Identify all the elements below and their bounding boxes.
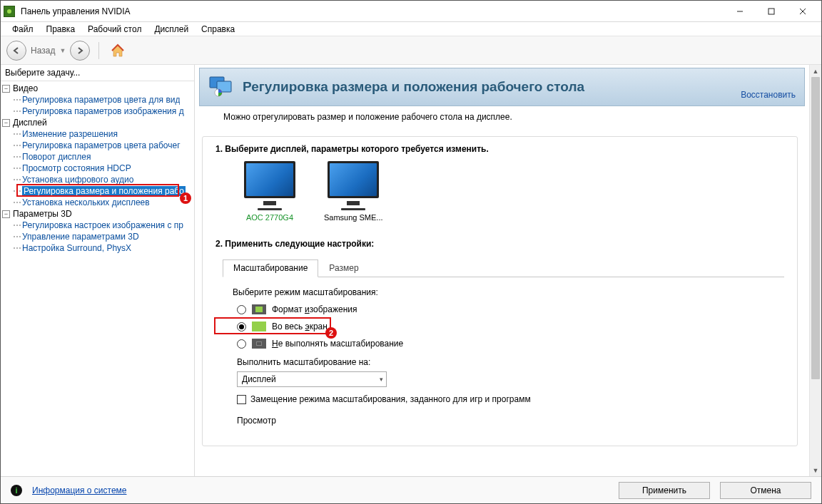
monitor-icon [244, 161, 295, 198]
tree-item-change-resolution[interactable]: Изменение разрешения [22, 129, 118, 139]
perform-scaling-on-select[interactable]: Дисплей ▾ [237, 371, 387, 387]
tab-size[interactable]: Размер [318, 259, 369, 277]
radio-aspect-ratio[interactable]: Формат изображения [237, 304, 784, 314]
window-title: Панель управления NVIDIA [21, 6, 724, 16]
radio-label-aspect: Формат изображения [272, 304, 357, 314]
tree-item-video-image[interactable]: Регулировка параметров изображения д [22, 106, 184, 116]
tree-toggle-3d[interactable]: − [2, 210, 10, 218]
svg-rect-2 [768, 9, 774, 14]
override-game-scaling-checkbox[interactable]: Замещение режима масштабирования, заданн… [237, 394, 784, 404]
task-tree[interactable]: −Видео ⋯Регулировка параметров цвета для… [1, 81, 194, 476]
tree-item-video-color[interactable]: Регулировка параметров цвета для вид [22, 95, 180, 105]
page-lead-text: Можно отрегулировать размер и положение … [223, 112, 781, 122]
preview-label: Просмотр [237, 416, 784, 426]
display-label-samsung: Samsung SME... [324, 213, 383, 222]
page-header-icon [208, 74, 234, 100]
titlebar: Панель управления NVIDIA [1, 1, 821, 22]
system-info-icon: i [11, 485, 22, 496]
display-item-aoc[interactable]: AOC 2770G4 [244, 161, 295, 222]
tree-item-3d-image-settings[interactable]: Регулировка настроек изображения с пр [22, 220, 183, 230]
no-scaling-icon [252, 339, 266, 349]
tree-toggle-video[interactable]: − [2, 85, 10, 93]
step1-label: 1. Выберите дисплей, параметры которого … [215, 144, 784, 154]
content-scrollbar[interactable]: ▲ ▼ [809, 65, 821, 476]
content-area: Регулировка размера и положения рабочего… [195, 65, 821, 476]
tree-cat-display[interactable]: Дисплей [13, 118, 47, 128]
tree-item-hdcp-status[interactable]: Просмотр состояния HDCP [22, 163, 131, 173]
scaling-mode-label: Выберите режим масштабирования: [233, 287, 784, 297]
cancel-button[interactable]: Отмена [720, 482, 811, 499]
radio-fullscreen[interactable]: Во весь экран [237, 322, 784, 331]
back-button[interactable] [6, 41, 26, 61]
tree-item-surround-physx[interactable]: Настройка Surround, PhysX [22, 243, 131, 253]
apply-button[interactable]: Применить [619, 482, 710, 499]
monitor-icon [328, 161, 379, 198]
override-label: Замещение режима масштабирования, заданн… [250, 394, 531, 404]
nav-separator [98, 42, 99, 59]
tree-item-multiple-displays[interactable]: Установка нескольких дисплеев [22, 197, 150, 207]
minimize-button[interactable] [724, 1, 756, 21]
footer-bar: i Информация о системе Применить Отмена [1, 476, 821, 503]
tree-item-desktop-color[interactable]: Регулировка параметров цвета рабочег [22, 140, 181, 150]
radio-no-scaling[interactable]: Не выполнять масштабирование [237, 339, 784, 349]
tree-item-rotate-display[interactable]: Поворот дисплея [22, 152, 91, 162]
radio-icon [237, 339, 246, 349]
home-button[interactable] [108, 41, 128, 61]
perform-scaling-on-label: Выполнить масштабирование на: [237, 357, 784, 367]
menubar: Файл Правка Рабочий стол Дисплей Справка [1, 22, 821, 36]
tab-scaling[interactable]: Масштабирование [223, 259, 318, 277]
scroll-up-button[interactable]: ▲ [810, 65, 821, 77]
tree-cat-video[interactable]: Видео [13, 83, 38, 93]
system-info-link[interactable]: Информация о системе [32, 485, 126, 495]
radio-icon [237, 322, 246, 331]
settings-panel: 1. Выберите дисплей, параметры которого … [202, 136, 798, 446]
display-item-samsung[interactable]: Samsung SME... [324, 161, 383, 222]
tree-cat-3d[interactable]: Параметры 3D [13, 209, 72, 219]
scaling-panel: Выберите режим масштабирования: Формат и… [215, 277, 784, 426]
step2-label: 2. Применить следующие настройки: [215, 239, 784, 249]
scroll-down-button[interactable]: ▼ [810, 464, 821, 476]
tree-item-manage-3d[interactable]: Управление параметрами 3D [22, 232, 139, 242]
radio-icon [237, 305, 246, 314]
display-label-aoc: AOC 2770G4 [246, 213, 293, 222]
checkbox-icon [237, 395, 246, 404]
chevron-down-icon: ▾ [380, 376, 383, 383]
page-title: Регулировка размера и положения рабочего… [243, 79, 732, 95]
tree-item-digital-audio[interactable]: Установка цифрового аудио [22, 175, 133, 185]
nvidia-control-panel-window: Панель управления NVIDIA Файл Правка Раб… [0, 0, 822, 504]
menu-display[interactable]: Дисплей [148, 23, 194, 36]
aspect-ratio-icon [252, 304, 266, 314]
menu-desktop[interactable]: Рабочий стол [82, 23, 147, 36]
tree-toggle-display[interactable]: − [2, 119, 10, 127]
annotation-badge-1: 1 [180, 192, 191, 204]
nvidia-app-icon [4, 6, 15, 17]
back-label: Назад [31, 46, 55, 56]
maximize-button[interactable] [756, 1, 787, 21]
display-selector: AOC 2770G4 Samsung SME... [244, 161, 784, 222]
settings-tabs: Масштабирование Размер [223, 256, 784, 277]
page-header: Регулировка размера и положения рабочего… [199, 68, 805, 106]
svg-point-0 [7, 9, 11, 14]
nav-toolbar: Назад ▼ [1, 36, 821, 65]
select-value: Дисплей [242, 374, 276, 384]
restore-defaults-link[interactable]: Восстановить [741, 90, 796, 100]
annotation-badge-2: 2 [325, 327, 337, 339]
radio-label-noscale: Не выполнять масштабирование [272, 339, 403, 349]
tree-item-adjust-size-position[interactable]: Регулировка размера и положения рабо [22, 186, 186, 196]
menu-file[interactable]: Файл [6, 23, 39, 36]
menu-edit[interactable]: Правка [41, 23, 81, 36]
close-button[interactable] [787, 1, 818, 21]
menu-help[interactable]: Справка [196, 23, 240, 36]
sidebar-header: Выберите задачу... [1, 65, 194, 81]
forward-button[interactable] [70, 41, 90, 61]
fullscreen-icon [252, 322, 266, 331]
radio-label-fullscreen: Во весь экран [272, 322, 328, 331]
task-sidebar: Выберите задачу... −Видео ⋯Регулировка п… [1, 65, 195, 476]
